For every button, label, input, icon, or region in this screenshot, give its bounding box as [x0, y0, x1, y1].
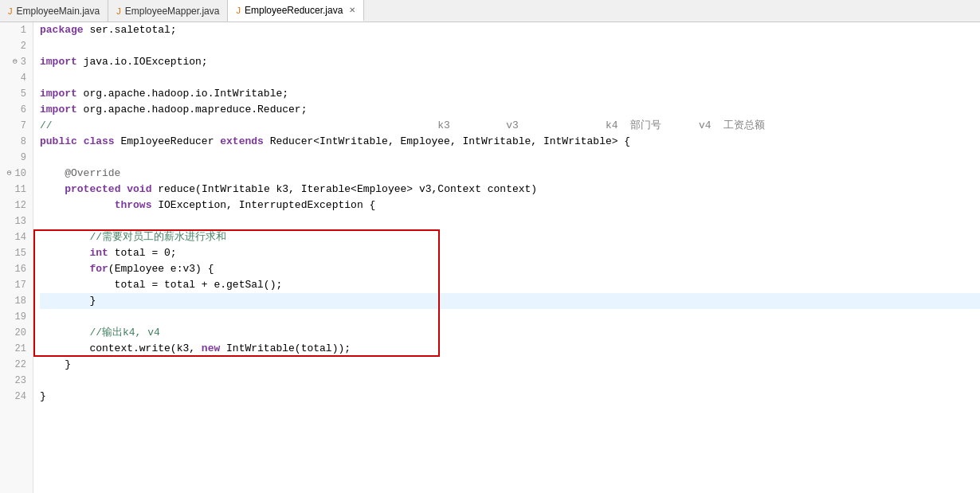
- code-line-3: import java.io.IOException;: [40, 54, 980, 70]
- token-normal: org.apache.hadoop.mapreduce.Reducer;: [77, 104, 308, 115]
- token-normal: IntWritable(total));: [220, 342, 351, 354]
- code-lines: package ser.saletotal;import java.io.IOE…: [33, 22, 980, 493]
- code-line-11: protected void reduce(IntWritable k3, It…: [40, 182, 980, 198]
- token-normal: [40, 247, 89, 259]
- token-annotation: @Override: [40, 167, 120, 179]
- line-number-3: ⊖3: [4, 54, 26, 70]
- tab-employee-main[interactable]: J EmployeeMain.java: [0, 0, 108, 22]
- code-container: 12⊖3456789⊖10111213141516171819202122232…: [0, 22, 980, 493]
- token-normal: org.apache.hadoop.io.IntWritable;: [77, 88, 288, 100]
- line-number-11: 11: [4, 182, 26, 198]
- code-line-4: [40, 70, 980, 86]
- line-number-1: 1: [4, 22, 26, 38]
- token-kw-throws: throws: [115, 199, 152, 211]
- token-kw-import: import: [40, 104, 77, 115]
- token-normal: reduce(IntWritable k3, Iterable<Employee…: [151, 183, 537, 195]
- line-number-21: 21: [4, 341, 26, 357]
- line-number-19: 19: [4, 309, 26, 325]
- token-normal: [40, 199, 115, 211]
- token-normal: (Employee e:v3) {: [108, 263, 214, 275]
- token-kw-void: void: [127, 183, 151, 195]
- line-number-20: 20: [4, 325, 26, 341]
- line-number-13: 13: [4, 213, 26, 229]
- line-number-5: 5: [4, 86, 26, 102]
- code-editor[interactable]: 12⊖3456789⊖10111213141516171819202122232…: [0, 22, 980, 493]
- token-kw-class: class: [84, 135, 115, 147]
- code-line-13: [40, 213, 980, 229]
- code-line-22: }: [40, 357, 980, 373]
- code-line-10: @Override: [40, 166, 980, 182]
- token-normal: [40, 263, 89, 275]
- line-number-10: ⊖10: [4, 166, 26, 182]
- line-number-7: 7: [4, 118, 26, 134]
- token-kw-public: public: [40, 135, 77, 147]
- token-normal: }: [40, 295, 96, 307]
- token-normal: }: [40, 358, 71, 370]
- code-line-9: [40, 150, 980, 166]
- code-line-2: [40, 38, 980, 54]
- code-line-7: // k3 v3 k4 部门号 v4 工资总额: [40, 118, 980, 134]
- line-number-6: 6: [4, 102, 26, 118]
- token-normal: context.write(k3,: [40, 342, 202, 354]
- java-file-icon: J: [8, 6, 13, 16]
- code-line-14: //需要对员工的薪水进行求和: [40, 229, 980, 245]
- token-normal: total = 0;: [108, 247, 177, 259]
- token-normal: java.io.IOException;: [77, 56, 208, 68]
- token-kw-import: import: [40, 88, 77, 100]
- token-normal: }: [40, 390, 46, 402]
- line-number-18: 18: [4, 293, 26, 309]
- code-line-5: import org.apache.hadoop.io.IntWritable;: [40, 86, 980, 102]
- line-number-12: 12: [4, 198, 26, 213]
- token-kw-int: int: [89, 247, 108, 259]
- line-numbers: 12⊖3456789⊖10111213141516171819202122232…: [0, 22, 33, 493]
- param-k4: k4 部门号: [606, 119, 661, 131]
- token-kw-extends: extends: [220, 135, 264, 147]
- line-number-23: 23: [4, 373, 26, 389]
- code-line-21: context.write(k3, new IntWritable(total)…: [40, 341, 980, 357]
- close-icon[interactable]: ✕: [349, 6, 355, 14]
- param-k3: k3: [437, 119, 450, 131]
- line-number-22: 22: [4, 357, 26, 373]
- code-line-24: }: [40, 389, 980, 405]
- tab-label: EmployeeReducer.java: [245, 5, 343, 16]
- code-line-23: [40, 373, 980, 389]
- java-file-icon: J: [116, 6, 121, 16]
- token-normal: [40, 183, 65, 195]
- code-line-1: package ser.saletotal;: [40, 22, 980, 38]
- token-kw-import: import: [40, 56, 77, 68]
- tab-label: EmployeeMain.java: [17, 6, 100, 17]
- line-number-14: 14: [4, 229, 26, 245]
- line-number-16: 16: [4, 261, 26, 277]
- collapse-icon[interactable]: ⊖: [7, 166, 12, 182]
- code-line-12: throws IOException, InterruptedException…: [40, 198, 980, 213]
- token-kw-package: package: [40, 24, 84, 36]
- token-kw-protected: protected: [65, 183, 120, 195]
- line-number-15: 15: [4, 245, 26, 261]
- code-line-6: import org.apache.hadoop.mapreduce.Reduc…: [40, 102, 980, 118]
- line-number-8: 8: [4, 134, 26, 150]
- line-number-24: 24: [4, 389, 26, 405]
- param-v4: v4 工资总额: [699, 119, 765, 131]
- token-kw-for: for: [89, 263, 108, 275]
- token-normal: [77, 135, 84, 147]
- token-comment: //需要对员工的薪水进行求和: [40, 231, 226, 243]
- tab-employee-reducer[interactable]: J EmployeeReducer.java ✕: [228, 0, 364, 22]
- line-number-2: 2: [4, 38, 26, 54]
- code-line-20: //输出k4, v4: [40, 325, 980, 341]
- token-kw-new: new: [202, 342, 220, 354]
- tab-label: EmployeeMapper.java: [125, 6, 220, 17]
- collapse-icon[interactable]: ⊖: [13, 54, 18, 70]
- code-line-16: for(Employee e:v3) {: [40, 261, 980, 277]
- token-normal: EmployeeReducer: [115, 135, 221, 147]
- line-number-9: 9: [4, 150, 26, 166]
- code-line-18: }: [40, 293, 980, 309]
- token-normal: total = total + e.getSal();: [40, 279, 282, 291]
- code-line-17: total = total + e.getSal();: [40, 277, 980, 293]
- tab-employee-mapper[interactable]: J EmployeeMapper.java: [108, 0, 228, 22]
- java-file-icon: J: [236, 6, 241, 15]
- line-number-17: 17: [4, 277, 26, 293]
- token-normal: Reducer<IntWritable, Employee, IntWritab…: [264, 135, 630, 147]
- param-v3: v3: [506, 119, 519, 131]
- code-line-8: public class EmployeeReducer extends Red…: [40, 134, 980, 150]
- code-line-19: [40, 309, 980, 325]
